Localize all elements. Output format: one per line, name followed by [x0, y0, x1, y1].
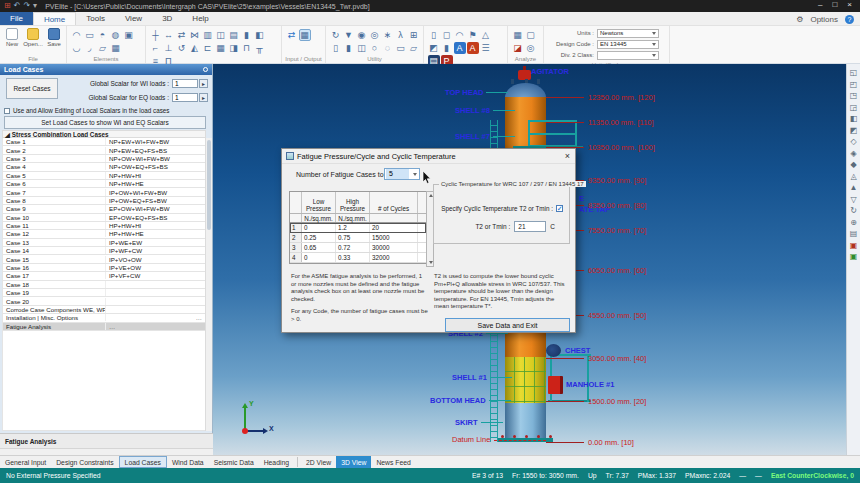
input-tab[interactable]: Heading: [259, 456, 294, 468]
io-tool-icon[interactable]: ▦: [299, 29, 311, 41]
quick-access-icon[interactable]: ▾: [33, 1, 37, 11]
view-tool-icon[interactable]: ◩: [850, 126, 858, 135]
load-case-row[interactable]: Case 19: [2, 289, 206, 297]
load-case-row[interactable]: Case 2 NP+EW+EQ+FS+BS: [2, 146, 206, 154]
load-case-row[interactable]: Case 10 EP+OW+EQ+FS+BS: [2, 214, 206, 222]
analyze-tool-icon[interactable]: ▢: [525, 29, 537, 41]
auxiliary-tool-icon[interactable]: ◻: [441, 29, 453, 41]
load-case-row[interactable]: Corrode Case Components WE, WF and C: [2, 306, 206, 314]
input-tab[interactable]: Load Cases: [119, 456, 167, 468]
detail-tool-icon[interactable]: ◫: [215, 29, 227, 41]
view-tab[interactable]: News Feed: [371, 456, 415, 468]
input-tab[interactable]: Design Constraints: [51, 456, 118, 468]
utility-tool-icon[interactable]: ▱: [408, 42, 420, 54]
detail-tool-icon[interactable]: ╥: [254, 42, 266, 54]
load-case-row[interactable]: Case 16 IP+VE+OW: [2, 264, 206, 272]
load-case-row[interactable]: Case 6 NP+HW+HE: [2, 180, 206, 188]
wi-scalar-input[interactable]: 1: [172, 79, 198, 88]
eq-scalar-spinner[interactable]: ▸: [199, 93, 208, 102]
menu-tab[interactable]: Tools: [76, 12, 115, 25]
scroll-down-icon[interactable]: [429, 261, 433, 264]
load-case-row[interactable]: Case 5 NP+HW+HI: [2, 172, 206, 180]
units-dropdown[interactable]: Newtons: [597, 29, 659, 38]
menu-tab[interactable]: Help: [182, 12, 218, 25]
detail-tool-icon[interactable]: ⊥: [163, 42, 175, 54]
view-tab[interactable]: 3D View: [336, 456, 371, 468]
detail-tool-icon[interactable]: ▦: [215, 42, 227, 54]
load-case-row[interactable]: Case 20: [2, 297, 206, 305]
view-tool-icon[interactable]: ▽: [850, 195, 856, 204]
load-case-row[interactable]: Installation | Misc. Options …: [2, 314, 206, 322]
menu-tab[interactable]: 3D: [152, 12, 182, 25]
load-case-row[interactable]: Case 7 IP+OW+WI+FW+BW: [2, 188, 206, 196]
view-tool-icon[interactable]: ↻: [850, 206, 857, 215]
auxiliary-tool-icon[interactable]: ☰: [480, 42, 492, 54]
detail-tool-icon[interactable]: ┼: [150, 29, 162, 41]
utility-tool-icon[interactable]: ◫: [356, 42, 368, 54]
minimize-button[interactable]: –: [818, 0, 822, 9]
detail-tool-icon[interactable]: ◨: [228, 42, 240, 54]
detail-tool-icon[interactable]: ⇄: [176, 29, 188, 41]
view-tool-icon[interactable]: ◇: [850, 137, 856, 146]
auxiliary-tool-icon[interactable]: ◠: [454, 29, 466, 41]
input-tab[interactable]: General Input: [0, 456, 51, 468]
quick-access-icon[interactable]: ↷: [23, 1, 30, 11]
analyze-tool-icon[interactable]: ▦: [512, 29, 524, 41]
detail-tool-icon[interactable]: ▮: [241, 29, 253, 41]
element-tool-icon[interactable]: ▦: [110, 42, 122, 54]
menu-tab[interactable]: File: [0, 12, 33, 25]
quick-access-icon[interactable]: ⊞: [4, 1, 11, 11]
load-case-row[interactable]: Case 12 HP+HW+HE: [2, 230, 206, 238]
detail-tool-icon[interactable]: ◧: [254, 29, 266, 41]
panel-horizontal-scrollbar[interactable]: [0, 448, 213, 455]
detail-tool-icon[interactable]: ⊏: [202, 42, 214, 54]
local-scalars-checkbox[interactable]: [4, 108, 10, 114]
detail-tool-icon[interactable]: ⋈: [189, 29, 201, 41]
expander-icon[interactable]: ◢: [5, 131, 10, 138]
detail-tool-icon[interactable]: ⌐: [150, 42, 162, 54]
scroll-up-icon[interactable]: [429, 194, 433, 197]
auxiliary-tool-icon[interactable]: ⚑: [467, 29, 479, 41]
utility-tool-icon[interactable]: ○: [369, 42, 381, 54]
specify-temp-checkbox[interactable]: ✓: [556, 205, 563, 212]
detail-tool-icon[interactable]: ↔: [163, 29, 175, 41]
load-case-row[interactable]: Case 14 IP+WF+CW: [2, 247, 206, 255]
load-case-row[interactable]: Case 4 NP+OW+EQ+FS+BS: [2, 163, 206, 171]
load-case-row[interactable]: Fatigue Analysis …: [2, 323, 206, 331]
units-dropdown[interactable]: [597, 51, 659, 60]
utility-tool-icon[interactable]: ▯: [330, 42, 342, 54]
input-tab[interactable]: Wind Data: [167, 456, 209, 468]
view-tool-icon[interactable]: ◲: [850, 103, 858, 112]
view-tool-icon[interactable]: ◳: [850, 91, 858, 100]
load-case-row[interactable]: Case 15 IP+VO+OW: [2, 255, 206, 263]
units-dropdown[interactable]: EN 13445: [597, 40, 659, 49]
utility-tool-icon[interactable]: λ: [395, 29, 407, 41]
element-tool-icon[interactable]: ◞: [84, 42, 96, 54]
reset-cases-button[interactable]: Reset Cases: [6, 78, 58, 99]
view-tool-icon[interactable]: ▣: [850, 252, 858, 261]
dialog-close-icon[interactable]: ×: [565, 151, 570, 161]
detail-tool-icon[interactable]: ▥: [202, 29, 214, 41]
auxiliary-tool-icon[interactable]: ▯: [428, 29, 440, 41]
load-case-row[interactable]: Case 11 HP+HW+HI: [2, 222, 206, 230]
view-tool-icon[interactable]: ◬: [850, 172, 856, 181]
pressure-row[interactable]: 1 0 1.2 20: [290, 223, 426, 233]
element-tool-icon[interactable]: ◓: [97, 29, 109, 41]
eq-scalar-input[interactable]: 1: [172, 93, 198, 102]
element-tool-icon[interactable]: ▱: [97, 42, 109, 54]
auxiliary-tool-icon[interactable]: A: [467, 42, 479, 54]
file-button[interactable]: Save: [45, 28, 63, 47]
element-tool-icon[interactable]: ▣: [123, 29, 135, 41]
element-tool-icon[interactable]: ▭: [84, 29, 96, 41]
options-menu[interactable]: Options: [810, 15, 838, 24]
pressure-row[interactable]: 2 0.25 0.75 15000: [290, 233, 426, 243]
panel-vertical-scrollbar[interactable]: [205, 138, 212, 431]
element-tool-icon[interactable]: ◡: [71, 42, 83, 54]
utility-tool-icon[interactable]: ◉: [356, 29, 368, 41]
auxiliary-tool-icon[interactable]: △: [480, 29, 492, 41]
utility-tool-icon[interactable]: ⊞: [408, 29, 420, 41]
view-tool-icon[interactable]: ▲: [850, 183, 858, 192]
utility-tool-icon[interactable]: ▼: [343, 29, 355, 41]
close-button[interactable]: ×: [847, 0, 852, 9]
save-data-exit-button[interactable]: Save Data and Exit: [445, 318, 570, 332]
